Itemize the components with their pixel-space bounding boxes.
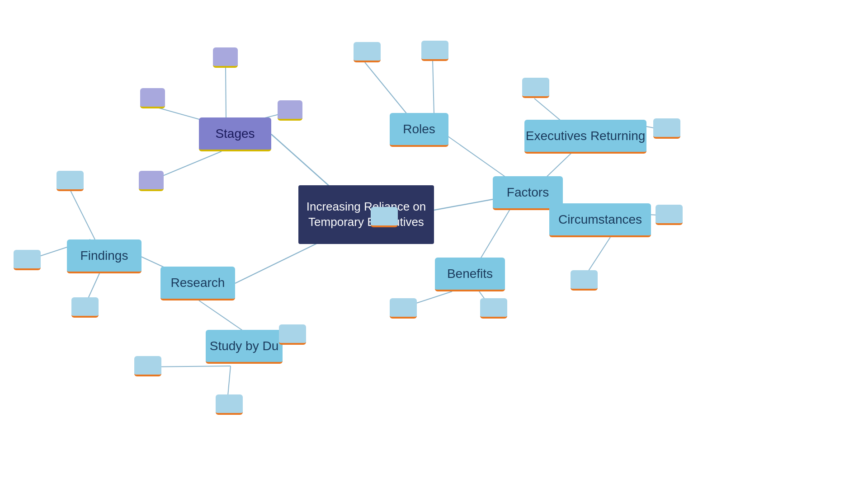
findings-node[interactable]: Findings bbox=[67, 239, 142, 273]
small-node-s14 bbox=[653, 118, 680, 139]
small-node-s11 bbox=[390, 298, 417, 319]
small-node-s6 bbox=[14, 250, 41, 270]
small-node-s16 bbox=[571, 270, 598, 291]
small-node-s2 bbox=[140, 88, 165, 108]
executives-returning-label: Executives Returning bbox=[526, 129, 646, 143]
small-node-s5 bbox=[57, 171, 84, 191]
small-node-s3 bbox=[278, 100, 302, 121]
executives-returning-node[interactable]: Executives Returning bbox=[524, 120, 646, 154]
study-by-du-label: Study by Du bbox=[210, 339, 279, 353]
small-node-s8 bbox=[354, 42, 381, 62]
small-node-s17 bbox=[279, 324, 306, 345]
svg-line-8 bbox=[199, 300, 245, 332]
svg-line-12 bbox=[439, 130, 511, 181]
research-label: Research bbox=[171, 276, 225, 290]
study-by-du-node[interactable]: Study by Du bbox=[206, 330, 283, 364]
small-node-s13 bbox=[522, 78, 549, 98]
factors-label: Factors bbox=[507, 185, 549, 200]
svg-line-9 bbox=[70, 190, 95, 239]
small-node-s7 bbox=[71, 297, 99, 318]
circumstances-node[interactable]: Circumstances bbox=[549, 203, 651, 237]
small-node-s18 bbox=[134, 356, 161, 376]
stages-node[interactable]: Stages bbox=[199, 117, 271, 151]
small-node-s12 bbox=[480, 298, 507, 319]
small-node-s10 bbox=[371, 207, 398, 227]
small-node-s15 bbox=[656, 205, 683, 225]
small-node-s1 bbox=[213, 47, 238, 68]
main-topic-label: Increasing Reliance on Temporary Executi… bbox=[307, 199, 426, 230]
svg-line-3 bbox=[226, 67, 226, 120]
svg-line-17 bbox=[433, 60, 434, 114]
benefits-node[interactable]: Benefits bbox=[435, 258, 505, 291]
svg-line-16 bbox=[365, 62, 407, 114]
benefits-label: Benefits bbox=[447, 267, 493, 281]
small-node-s9 bbox=[421, 41, 448, 61]
small-node-s4 bbox=[139, 171, 164, 191]
stages-label: Stages bbox=[215, 127, 255, 141]
roles-node[interactable]: Roles bbox=[390, 113, 448, 147]
roles-label: Roles bbox=[403, 122, 435, 136]
small-node-s19 bbox=[216, 394, 243, 415]
circumstances-label: Circumstances bbox=[558, 212, 642, 227]
findings-label: Findings bbox=[80, 249, 128, 263]
research-node[interactable]: Research bbox=[160, 267, 235, 300]
main-topic-node[interactable]: Increasing Reliance on Temporary Executi… bbox=[298, 185, 434, 244]
